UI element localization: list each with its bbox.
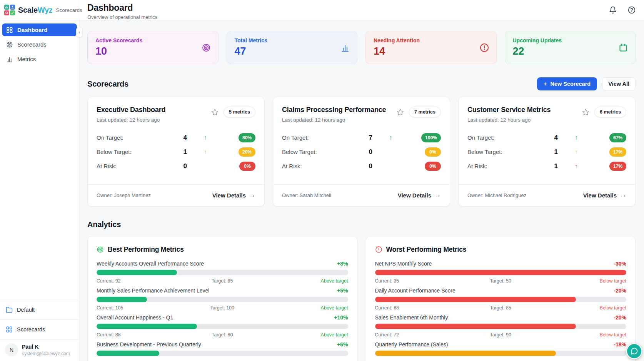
progress-fill xyxy=(97,351,159,356)
metric-row: On Target: 4 ↑ 67% xyxy=(467,130,626,145)
nav-label: Scorecards xyxy=(17,41,47,48)
metric-item: Daily Account Performance Score-20% Curr… xyxy=(375,287,627,311)
scorecard-title: Customer Service Metrics xyxy=(467,106,551,114)
percent-badge: 0% xyxy=(239,162,255,171)
metric-item: Business Development - Previous Quarterl… xyxy=(97,341,348,356)
plus-icon: + xyxy=(544,81,547,87)
metric-item: Weekly Accounts Overall Performance Scor… xyxy=(97,261,348,284)
trend-up-icon: ↑ xyxy=(372,134,409,141)
brand-suffix: Scorecards xyxy=(56,7,82,13)
scorecards-section-head: Scorecards +New Scorecard View All xyxy=(87,77,636,90)
metric-status: Above target xyxy=(264,305,348,311)
view-details-link[interactable]: View Details→ xyxy=(398,192,441,199)
star-icon[interactable] xyxy=(582,109,589,116)
user-name: Paul K xyxy=(22,344,70,350)
analytics-row: Best Performing Metrics Weekly Accounts … xyxy=(87,236,636,361)
metric-change: +8% xyxy=(337,261,348,267)
metric-row: At Risk: 0 0% xyxy=(97,159,255,173)
bell-icon[interactable] xyxy=(609,6,617,14)
new-scorecard-button[interactable]: +New Scorecard xyxy=(537,77,597,90)
page-title: Dashboard xyxy=(87,3,157,13)
sidebar-item-dashboard[interactable]: Dashboard xyxy=(2,23,77,36)
metric-name: Weekly Accounts Overall Performance Scor… xyxy=(97,261,204,267)
grid-icon xyxy=(6,27,13,33)
nav-label: Metrics xyxy=(17,56,36,62)
scorecard-customer-service: Customer Service Metrics Last updated: 1… xyxy=(458,97,636,207)
scorecard-last-updated: Last updated: 12 hours ago xyxy=(97,117,165,123)
chat-bubble-icon xyxy=(630,347,638,355)
star-icon[interactable] xyxy=(397,109,404,116)
metric-row: Below Target: 1 ↑ 17% xyxy=(467,145,626,159)
progress-fill xyxy=(97,297,147,302)
chat-fab-button[interactable] xyxy=(626,343,642,359)
alert-circle-icon xyxy=(375,246,382,253)
metric-item: Overall Account Happiness - Q1+10% Curre… xyxy=(97,314,348,338)
user-email: system@scalewyz.com xyxy=(22,351,70,356)
metric-current: Current: 35 xyxy=(375,278,459,284)
metric-target: Target: 85 xyxy=(180,278,264,284)
stat-value: 22 xyxy=(513,45,628,57)
progress-track xyxy=(375,297,627,302)
metric-row-value: 4 xyxy=(541,134,558,142)
arrow-right-icon: → xyxy=(620,192,626,199)
metric-change: +5% xyxy=(337,287,348,294)
target-icon xyxy=(202,43,211,52)
metric-target: Target: 100 xyxy=(180,305,264,311)
metric-row-label: On Target: xyxy=(467,134,541,141)
calendar-icon xyxy=(619,43,628,52)
progress-fill xyxy=(375,270,627,275)
logo-ring-icon xyxy=(4,10,9,15)
page-subtitle: Overview of operational metrics xyxy=(87,14,157,20)
grid-icon xyxy=(6,326,13,333)
trend-up-icon: ↑ xyxy=(558,149,594,155)
sidebar-nav: Dashboard Scorecards Metrics xyxy=(0,20,79,67)
target-icon xyxy=(6,41,13,48)
metric-item: Sales Enablement 6th Monthly-20% Current… xyxy=(375,314,627,338)
brand-name: ScaleWyz xyxy=(18,6,53,15)
percent-badge: 0% xyxy=(425,162,441,171)
progress-track xyxy=(97,351,348,356)
scorecard-last-updated: Last updated: 12 hours ago xyxy=(467,117,551,123)
star-icon[interactable] xyxy=(211,109,219,116)
logo-bars-icon xyxy=(4,5,9,10)
view-all-button[interactable]: View All xyxy=(602,77,636,90)
metric-target: Target: 80 xyxy=(180,332,264,338)
metric-row-value: 1 xyxy=(170,148,187,156)
metrics-count-badge: 7 metrics xyxy=(409,107,441,117)
metric-row: On Target: 4 ↑ 80% xyxy=(97,130,255,145)
progress-track xyxy=(375,351,627,356)
metric-target: Target: 85 xyxy=(459,305,542,311)
user-menu[interactable]: N Paul K system@scalewyz.com xyxy=(0,339,79,361)
sidebar-item-metrics[interactable]: Metrics xyxy=(2,53,77,65)
metric-name: Sales Enablement 6th Monthly xyxy=(375,314,448,321)
org-selector[interactable]: Scorecards xyxy=(0,319,79,339)
arrow-right-icon: → xyxy=(249,192,255,199)
stat-value: 14 xyxy=(374,45,489,57)
stat-card-upcoming-updates: Upcoming Updates 22 xyxy=(505,31,636,64)
metric-current: Current: 72 xyxy=(375,332,459,338)
metric-row-value: 0 xyxy=(355,162,372,170)
view-details-link[interactable]: View Details→ xyxy=(212,192,255,199)
metric-row-label: At Risk: xyxy=(282,163,355,169)
view-details-link[interactable]: View Details→ xyxy=(583,192,626,199)
stat-label: Upcoming Updates xyxy=(513,37,628,43)
metric-name: Monthly Sales Performance Achievement Le… xyxy=(97,287,209,294)
scorecard-title: Executive Dashboard xyxy=(97,106,165,114)
metric-current: Current: 68 xyxy=(375,305,459,311)
metric-row-label: Below Target: xyxy=(97,149,170,155)
section-title-scorecards: Scorecards xyxy=(87,80,128,89)
scalewyz-logo-icon xyxy=(4,5,15,15)
page-header: Dashboard Overview of operational metric… xyxy=(79,0,644,20)
progress-fill xyxy=(97,324,197,329)
sidebar-item-scorecards[interactable]: Scorecards xyxy=(2,38,77,51)
metric-row-label: On Target: xyxy=(97,134,170,141)
best-performing-title: Best Performing Metrics xyxy=(108,246,184,254)
metric-row-value: 0 xyxy=(355,148,372,156)
sidebar-collapse-button[interactable]: ‹ xyxy=(76,27,83,37)
help-icon[interactable] xyxy=(628,6,636,14)
percent-badge: 17% xyxy=(609,147,626,157)
metrics-count-badge: 5 metrics xyxy=(224,107,255,117)
workspace-selector[interactable]: Default xyxy=(0,300,79,319)
metric-target: Target: 90 xyxy=(459,332,542,338)
progress-fill xyxy=(375,324,576,329)
